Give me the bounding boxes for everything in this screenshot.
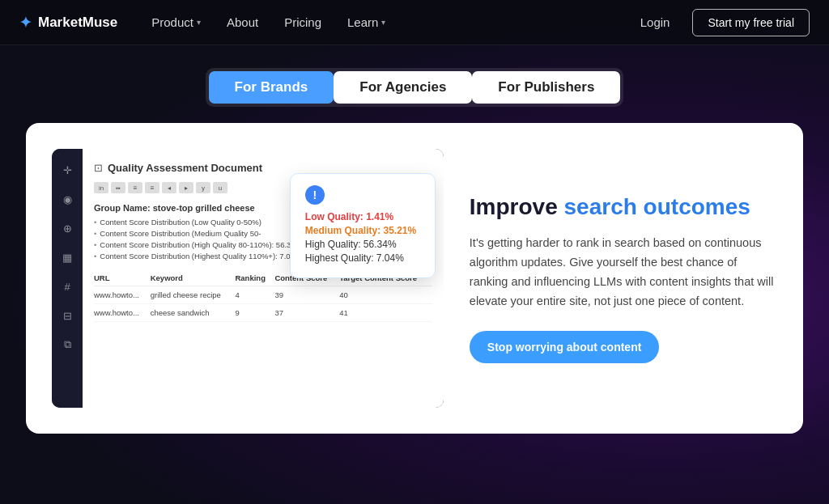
- tabs-container: For Brands For Agencies For Publishers: [206, 68, 624, 107]
- toolbar-btn-6: ▸: [179, 182, 193, 193]
- cta-button[interactable]: Stop worrying about content: [470, 331, 660, 363]
- col-ranking: Ranking: [235, 270, 274, 286]
- toolbar-btn-8: u: [213, 182, 227, 193]
- screenshot-area: ✛ ◉ ⊕ ▦ # ⊟ ⧉ ⊡ Quality Assessment Docum…: [52, 149, 444, 408]
- chart-icon: ▦: [59, 249, 75, 265]
- start-trial-button[interactable]: Start my free trial: [692, 9, 810, 36]
- cell-url-1: www.howto...: [94, 286, 151, 304]
- col-url: URL: [94, 270, 151, 286]
- circle-icon: ◉: [59, 191, 75, 207]
- nav-item-learn[interactable]: Learn ▾: [336, 11, 397, 34]
- logo-text: MarketMuse: [38, 15, 117, 31]
- cell-content-2: 37: [274, 304, 339, 322]
- nav-links: Product ▾ About Pricing Learn ▾: [140, 11, 630, 34]
- copy-icon: ⧉: [59, 337, 75, 353]
- toolbar-btn-1: in: [94, 182, 108, 193]
- toolbar-btn-3: ≡: [128, 182, 142, 193]
- zoom-icon: ⊕: [59, 220, 75, 236]
- cell-ranking-2: 9: [235, 304, 274, 322]
- navigation: ✦ MarketMuse Product ▾ About Pricing Lea…: [0, 0, 829, 45]
- cell-keyword-1: grilled cheese recipe: [151, 286, 236, 304]
- exclaim-icon: !: [305, 185, 325, 205]
- doc-title: Quality Assessment Document: [108, 162, 262, 174]
- headline-plain: Improve: [470, 194, 564, 219]
- nav-item-pricing[interactable]: Pricing: [273, 11, 333, 34]
- doc-icon: ⊟: [59, 307, 75, 324]
- cell-ranking-1: 4: [235, 286, 274, 304]
- tab-for-brands[interactable]: For Brands: [209, 71, 334, 104]
- tab-for-agencies[interactable]: For Agencies: [334, 71, 472, 104]
- headline: Improve search outcomes: [470, 193, 777, 221]
- logo-icon: ✦: [19, 14, 32, 32]
- toolbar-btn-7: y: [196, 182, 210, 193]
- main-card: ✛ ◉ ⊕ ▦ # ⊟ ⧉ ⊡ Quality Assessment Docum…: [26, 123, 803, 434]
- chevron-down-icon: ▾: [197, 18, 201, 27]
- nav-right: Login Start my free trial: [631, 9, 810, 36]
- cell-target-1: 40: [339, 286, 432, 304]
- headline-blue: search outcomes: [564, 194, 750, 219]
- popup-card: ! Low Quality: 1.41% Medium Quality: 35.…: [290, 173, 436, 278]
- logo[interactable]: ✦ MarketMuse: [19, 14, 117, 32]
- move-icon: ✛: [59, 162, 75, 178]
- nav-item-product[interactable]: Product ▾: [140, 11, 212, 34]
- doc-title-row: ⊡ Quality Assessment Document: [94, 162, 432, 174]
- chevron-down-icon: ▾: [381, 18, 385, 27]
- tab-for-publishers[interactable]: For Publishers: [472, 71, 620, 104]
- sidebar: ✛ ◉ ⊕ ▦ # ⊟ ⧉: [52, 149, 83, 408]
- file-icon: ⊡: [94, 162, 103, 174]
- col-keyword: Keyword: [151, 270, 236, 286]
- toolbar-btn-4: ≡: [145, 182, 159, 193]
- table-row: www.howto... grilled cheese recipe 4 39 …: [94, 286, 432, 304]
- toolbar-btn-5: ◂: [162, 182, 176, 193]
- nav-item-about[interactable]: About: [215, 11, 270, 34]
- login-button[interactable]: Login: [631, 11, 680, 34]
- tabs-section: For Brands For Agencies For Publishers: [0, 45, 829, 123]
- cell-target-2: 41: [339, 304, 432, 322]
- toolbar-btn-2: ▪▪: [111, 182, 125, 193]
- cell-keyword-2: cheese sandwich: [151, 304, 236, 322]
- cell-content-1: 39: [274, 286, 339, 304]
- popup-row-low: Low Quality: 1.41%: [305, 211, 420, 222]
- popup-row-highest: Highest Quality: 7.04%: [305, 252, 420, 264]
- text-content: Improve search outcomes It's getting har…: [470, 149, 777, 408]
- popup-row-high: High Quality: 56.34%: [305, 239, 420, 250]
- cell-url-2: www.howto...: [94, 304, 151, 322]
- popup-row-medium: Medium Quality: 35.21%: [305, 225, 420, 236]
- body-text: It's getting harder to rank in search ba…: [470, 234, 777, 311]
- hash-icon: #: [59, 278, 75, 294]
- table-row: www.howto... cheese sandwich 9 37 41: [94, 304, 432, 322]
